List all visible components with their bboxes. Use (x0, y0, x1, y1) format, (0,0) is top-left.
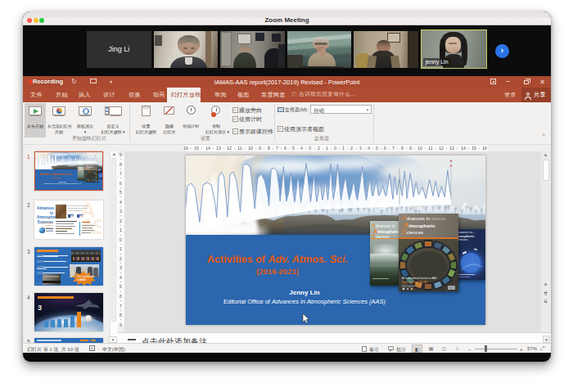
svg-text:Sponsored by CAS IAP: Sponsored by CAS IAP (402, 281, 427, 284)
svg-text:An International Journal on AA: An International Journal on AAS (402, 277, 437, 280)
svg-text:2017-2019: 2017-2019 (402, 285, 414, 288)
svg-text:of AAAS: of AAAS (77, 278, 86, 282)
